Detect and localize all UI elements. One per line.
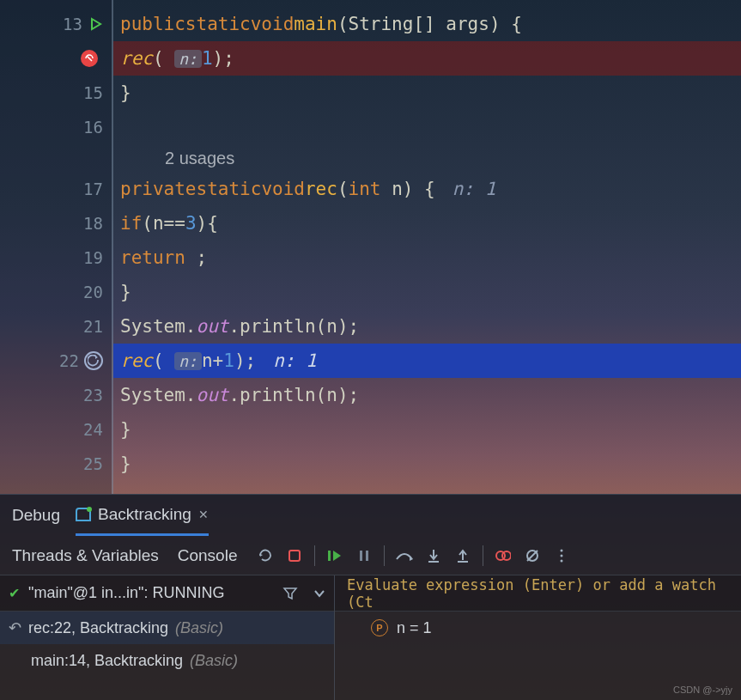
thread-selector[interactable]: ✔ "main"@1 in...in": RUNNING xyxy=(0,575,334,612)
debug-panel-tabs: Debug Backtracking ✕ xyxy=(0,495,741,536)
more-icon[interactable] xyxy=(552,546,571,565)
debug-toolbar: Threads & Variables Console xyxy=(0,536,741,575)
view-breakpoints-icon[interactable] xyxy=(494,546,513,565)
variable-row[interactable]: P n = 1 xyxy=(335,612,741,644)
inline-value: n: 1 xyxy=(273,350,317,371)
drop-frame-icon[interactable]: ↶ xyxy=(9,618,21,637)
line-number: 22 xyxy=(59,351,79,370)
gutter-row[interactable]: 15 xyxy=(0,76,112,110)
param-hint: n: xyxy=(174,50,202,68)
gutter-row[interactable]: 19 xyxy=(0,240,112,275)
svg-point-10 xyxy=(561,554,563,557)
gutter-row[interactable]: 20 xyxy=(0,275,112,309)
evaluate-expression-input[interactable]: Evaluate expression (Enter) or add a wat… xyxy=(335,575,741,612)
gutter-row[interactable]: 17 xyxy=(0,172,112,206)
gutter-row[interactable]: 21 xyxy=(0,309,112,344)
close-icon[interactable]: ✕ xyxy=(198,508,209,521)
gutter-row[interactable]: 22 xyxy=(0,344,112,378)
line-number: 13 xyxy=(63,15,82,33)
debug-panel: Debug Backtracking ✕ Threads & Variables… xyxy=(0,494,741,700)
code-line[interactable]: } xyxy=(113,275,741,309)
param-hint: n: xyxy=(174,352,202,370)
stack-frame[interactable]: ↶ rec:22, Backtracking (Basic) xyxy=(0,612,334,644)
gutter-row[interactable] xyxy=(0,41,112,76)
run-gutter-icon[interactable] xyxy=(89,17,103,31)
line-number: 25 xyxy=(83,454,103,473)
stack-frame[interactable]: main:14, Backtracking (Basic) xyxy=(0,644,334,677)
mute-breakpoints-icon[interactable] xyxy=(523,546,542,565)
line-number: 23 xyxy=(83,386,103,405)
code-line[interactable]: } xyxy=(113,76,741,110)
debug-body: ✔ "main"@1 in...in": RUNNING ↶ rec:22, B… xyxy=(0,575,741,700)
separator xyxy=(314,545,315,566)
watermark: CSDN @->yjy xyxy=(673,685,732,695)
execution-point-icon[interactable] xyxy=(84,351,103,370)
chevron-down-icon[interactable] xyxy=(313,589,325,598)
pause-icon[interactable] xyxy=(355,546,374,565)
code-line[interactable]: System.out.println(n); xyxy=(113,378,741,412)
svg-rect-3 xyxy=(360,551,362,561)
threads-tab[interactable]: Threads & Variables xyxy=(12,546,159,565)
code-line[interactable]: if(n==3){ xyxy=(113,206,741,240)
code-line[interactable]: public static void main(String[] args) { xyxy=(113,7,741,41)
variables-panel: Evaluate expression (Enter) or add a wat… xyxy=(335,575,741,700)
svg-point-11 xyxy=(561,559,563,562)
tab-debug[interactable]: Debug xyxy=(12,495,60,536)
line-number: 19 xyxy=(83,248,103,267)
line-number: 15 xyxy=(83,83,103,102)
resume-icon[interactable] xyxy=(325,546,344,565)
gutter-row[interactable]: 23 xyxy=(0,378,112,412)
code-line[interactable]: return ; xyxy=(113,240,741,275)
frames-panel: ✔ "main"@1 in...in": RUNNING ↶ rec:22, B… xyxy=(0,575,335,700)
code-line-breakpoint[interactable]: rec( n: 1); xyxy=(113,41,741,76)
check-icon: ✔ xyxy=(9,585,20,601)
code-line-current[interactable]: rec( n: n+1);n: 1 xyxy=(113,344,741,378)
debug-session-icon xyxy=(76,508,91,521)
gutter-row[interactable]: 16 xyxy=(0,110,112,144)
code-line[interactable]: System.out.println(n); xyxy=(113,309,741,344)
line-number: 21 xyxy=(83,317,103,336)
console-tab[interactable]: Console xyxy=(178,546,238,565)
code-line[interactable]: private static void rec(int n) {n: 1 xyxy=(113,172,741,206)
code-editor: 13 15 16 17 18 19 20 21 22 23 24 25 publ xyxy=(0,0,741,494)
line-number: 16 xyxy=(83,118,103,137)
stop-icon[interactable] xyxy=(285,546,304,565)
code-line[interactable] xyxy=(113,110,741,144)
primitive-icon: P xyxy=(371,619,388,636)
svg-rect-1 xyxy=(289,551,300,561)
line-number: 24 xyxy=(83,420,103,439)
line-number: 18 xyxy=(83,214,103,233)
separator xyxy=(483,545,483,566)
gutter-row xyxy=(0,144,112,172)
tab-session[interactable]: Backtracking ✕ xyxy=(76,495,209,536)
gutter-row[interactable]: 13 xyxy=(0,7,112,41)
step-out-icon[interactable] xyxy=(453,546,472,565)
inline-value: n: 1 xyxy=(452,179,496,199)
step-into-icon[interactable] xyxy=(424,546,443,565)
rerun-icon[interactable] xyxy=(256,546,275,565)
svg-point-6 xyxy=(502,551,511,560)
code-area[interactable]: public static void main(String[] args) {… xyxy=(112,0,741,494)
usages-hint[interactable]: 2 usages xyxy=(113,144,741,172)
line-number: 20 xyxy=(83,283,103,301)
gutter-row[interactable]: 25 xyxy=(0,447,112,481)
svg-point-9 xyxy=(561,549,563,551)
editor-gutter: 13 15 16 17 18 19 20 21 22 23 24 25 xyxy=(0,0,112,494)
step-over-icon[interactable] xyxy=(395,546,414,565)
line-number: 17 xyxy=(83,180,103,198)
svg-rect-4 xyxy=(366,551,368,561)
svg-rect-2 xyxy=(328,551,331,561)
breakpoint-icon[interactable] xyxy=(81,50,98,67)
separator xyxy=(384,545,385,566)
code-line[interactable]: } xyxy=(113,447,741,481)
gutter-row[interactable]: 18 xyxy=(0,206,112,240)
code-line[interactable]: } xyxy=(113,412,741,447)
gutter-row[interactable]: 24 xyxy=(0,412,112,447)
filter-icon[interactable] xyxy=(282,587,298,600)
